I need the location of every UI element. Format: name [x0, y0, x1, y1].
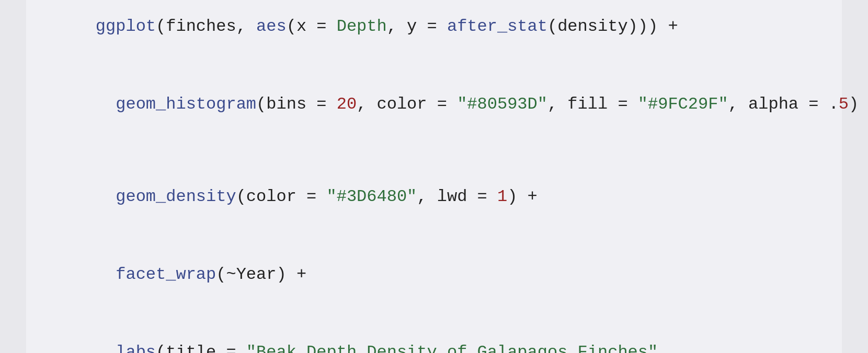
facet-wrap-fn: facet_wrap: [116, 265, 216, 284]
color-label: , color =: [357, 95, 457, 114]
empty-line-1: [55, 143, 813, 158]
ggplot-fn: ggplot: [96, 17, 156, 36]
color-value: "#80593D": [457, 95, 547, 114]
labs-comma: ,: [658, 343, 668, 353]
indent-space-4: [96, 343, 116, 353]
bins-value: 20: [337, 95, 357, 114]
comma-y: , y =: [387, 17, 447, 36]
labs-line: labs(title = "Beak Depth Density of Gala…: [55, 313, 813, 353]
density-color-label: (color =: [236, 187, 327, 206]
alpha-label: , alpha = .: [728, 95, 839, 114]
ggplot-line: ggplot(finches, aes(x = Depth, y = after…: [55, 0, 813, 66]
facet-wrap-args: (~Year) +: [216, 265, 306, 284]
indent-space-1: [96, 95, 116, 114]
ggplot-open: (finches,: [156, 17, 256, 36]
geom-density-close: ) +: [507, 187, 538, 206]
geom-density-line: geom_density(color = "#3D6480", lwd = 1)…: [55, 158, 813, 236]
geom-hist-close: ) +: [849, 95, 868, 114]
bins-label: (bins =: [256, 95, 337, 114]
density-color-value: "#3D6480": [326, 187, 417, 206]
geom-density-fn: geom_density: [116, 187, 236, 206]
aes-open: (x =: [287, 17, 337, 36]
indent-space-2: [96, 187, 116, 206]
labs-title-value: "Beak Depth Density of Galapagos Finches…: [246, 343, 658, 353]
fill-label: , fill =: [547, 95, 638, 114]
geom-histogram-line: geom_histogram(bins = 20, color = "#8059…: [55, 66, 813, 144]
depth-var: Depth: [337, 17, 387, 36]
alpha-value: 5: [839, 95, 849, 114]
labs-title-label: (title =: [156, 343, 246, 353]
lwd-label: , lwd =: [417, 187, 497, 206]
after-stat-fn: after_stat: [447, 17, 547, 36]
indent-space-3: [96, 265, 116, 284]
facet-wrap-line: facet_wrap(~Year) +: [55, 236, 813, 313]
density-close: (density))) +: [547, 17, 678, 36]
fill-value: "#9FC29F": [638, 95, 728, 114]
lwd-value: 1: [497, 187, 507, 206]
aes-fn: aes: [256, 17, 287, 36]
code-block: # arrow-light library(ggplot2) finches <…: [26, 0, 842, 353]
geom-histogram-fn: geom_histogram: [116, 95, 256, 114]
labs-fn: labs: [116, 343, 156, 353]
